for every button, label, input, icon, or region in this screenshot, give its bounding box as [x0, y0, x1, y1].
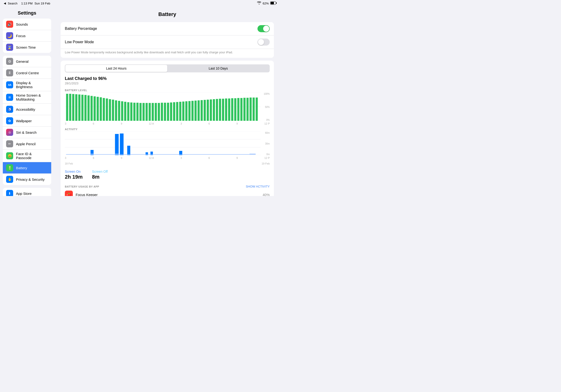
- svg-rect-11: [81, 95, 83, 121]
- battery-chart-main: [65, 93, 260, 122]
- battery-toggles-card: Battery Percentage Low Power Mode Low Po…: [61, 22, 274, 58]
- home-screen-label: Home Screen & Multitasking: [16, 93, 48, 101]
- svg-rect-68: [256, 98, 258, 121]
- svg-rect-54: [213, 99, 215, 121]
- svg-rect-63: [240, 98, 242, 121]
- activity-label: ACTIVITY: [65, 128, 270, 131]
- svg-rect-30: [140, 103, 142, 121]
- sidebar-item-screen-time[interactable]: ⌛ Screen Time: [3, 42, 51, 53]
- status-bar-right: 62%: [257, 1, 277, 5]
- svg-rect-22: [115, 100, 117, 121]
- page-title: Battery: [61, 11, 274, 17]
- svg-rect-35: [155, 103, 157, 121]
- sidebar-item-battery[interactable]: 🔋 Battery: [3, 162, 51, 174]
- sidebar-item-apple-pencil[interactable]: ✏ Apple Pencil: [3, 138, 51, 150]
- svg-rect-28: [133, 103, 136, 121]
- sidebar-item-siri[interactable]: ◎ Siri & Search: [3, 127, 51, 138]
- battery-chart-container: 100% 50% 0%: [65, 93, 270, 122]
- screen-off-value: 8m: [92, 174, 108, 180]
- svg-rect-51: [204, 100, 206, 121]
- svg-rect-61: [234, 98, 236, 121]
- low-power-toggle[interactable]: [258, 39, 270, 46]
- status-time: 1:13 PM: [21, 2, 32, 5]
- show-activity-button[interactable]: SHOW ACTIVITY: [246, 185, 270, 188]
- sidebar-item-home-screen[interactable]: ⊞ Home Screen & Multitasking: [3, 91, 51, 104]
- svg-rect-48: [194, 101, 197, 121]
- svg-rect-36: [158, 103, 160, 121]
- svg-rect-81: [90, 154, 94, 155]
- privacy-icon: ✋: [6, 176, 13, 183]
- sidebar-item-face-id[interactable]: 😀 Face ID & Passcode: [3, 150, 51, 162]
- svg-rect-82: [115, 154, 119, 155]
- battery-percentage-label: Battery Percentage: [65, 27, 97, 31]
- screen-on-stat: Screen On 2h 19m: [65, 170, 83, 180]
- svg-rect-20: [109, 99, 111, 121]
- display-icon: AA: [6, 81, 13, 88]
- svg-rect-53: [210, 99, 212, 121]
- back-arrow: ◀: [4, 2, 6, 5]
- svg-rect-47: [192, 101, 194, 121]
- sidebar-group-3: ⬇ App Store 💳 Wallet: [3, 188, 51, 196]
- screen-time-icon: ⌛: [6, 44, 13, 51]
- app-name: Focus Keeper: [76, 193, 97, 196]
- home-screen-icon: ⊞: [6, 94, 13, 101]
- svg-rect-67: [253, 98, 255, 121]
- segment-24h[interactable]: Last 24 Hours: [65, 65, 167, 72]
- accessibility-label: Accessibility: [16, 107, 35, 111]
- sidebar-item-privacy[interactable]: ✋ Privacy & Security: [3, 174, 51, 185]
- sidebar-item-app-store[interactable]: ⬇ App Store: [3, 188, 51, 196]
- sidebar-item-wallpaper[interactable]: ✿ Wallpaper: [3, 115, 51, 127]
- battery-sidebar-icon: 🔋: [6, 164, 13, 171]
- svg-rect-76: [127, 146, 130, 155]
- svg-rect-66: [249, 98, 252, 121]
- svg-rect-75: [120, 133, 124, 155]
- svg-rect-62: [237, 98, 239, 121]
- battery-percentage-row: Battery Percentage: [61, 22, 274, 35]
- sidebar-item-display[interactable]: AA Display & Brightness: [3, 79, 51, 91]
- battery-chart-card: Last 24 Hours Last 10 Days Last Charged …: [61, 61, 274, 196]
- svg-rect-34: [152, 103, 154, 121]
- svg-rect-29: [137, 103, 139, 121]
- battery-pct-status: 62%: [263, 2, 269, 5]
- svg-rect-16: [97, 97, 99, 121]
- svg-rect-83: [249, 154, 256, 155]
- general-label: General: [16, 59, 28, 64]
- svg-rect-58: [225, 98, 227, 121]
- svg-rect-25: [124, 102, 126, 121]
- app-row-focus-keeper[interactable]: 🍅 Focus Keeper 40%: [65, 188, 270, 196]
- x-axis-dates: 18 Feb 19 Feb: [65, 162, 270, 165]
- sidebar-item-sounds[interactable]: 🔊 Sounds: [3, 19, 51, 30]
- svg-rect-40: [170, 102, 172, 121]
- sounds-icon: 🔊: [6, 21, 13, 28]
- focus-keeper-icon: 🍅: [65, 191, 73, 196]
- status-bar-left: ◀ Search 1:13 PM Sun 19 Feb: [4, 2, 50, 5]
- svg-rect-15: [94, 96, 96, 121]
- segment-10d[interactable]: Last 10 Days: [167, 65, 269, 72]
- face-id-icon: 😀: [6, 152, 13, 159]
- battery-percentage-toggle[interactable]: [258, 25, 270, 32]
- screen-stats: Screen On 2h 19m Screen Off 8m: [65, 168, 270, 181]
- svg-rect-77: [146, 152, 148, 155]
- svg-rect-32: [146, 103, 148, 121]
- svg-rect-14: [90, 96, 93, 121]
- svg-rect-44: [182, 101, 184, 121]
- svg-rect-45: [185, 101, 187, 121]
- sidebar-item-focus[interactable]: 🌙 Focus: [3, 30, 51, 42]
- sidebar-item-general[interactable]: ⚙ General: [3, 56, 51, 67]
- svg-rect-23: [118, 101, 120, 121]
- svg-rect-64: [243, 98, 246, 121]
- svg-rect-41: [173, 102, 175, 121]
- status-bar: ◀ Search 1:13 PM Sun 19 Feb 62%: [0, 0, 280, 7]
- svg-rect-27: [130, 102, 132, 121]
- sidebar-item-control-centre[interactable]: 🎛 Control Centre: [3, 67, 51, 79]
- svg-rect-18: [103, 98, 105, 121]
- svg-rect-46: [188, 101, 191, 121]
- svg-rect-24: [121, 101, 123, 121]
- svg-rect-56: [219, 99, 221, 121]
- svg-rect-65: [247, 98, 248, 121]
- svg-rect-39: [167, 103, 169, 121]
- sidebar-item-accessibility[interactable]: ♿ Accessibility: [3, 104, 51, 115]
- sidebar-group-1: 🔊 Sounds 🌙 Focus ⌛ Screen Time: [3, 19, 51, 53]
- svg-rect-60: [231, 98, 233, 121]
- svg-rect-2: [271, 2, 274, 4]
